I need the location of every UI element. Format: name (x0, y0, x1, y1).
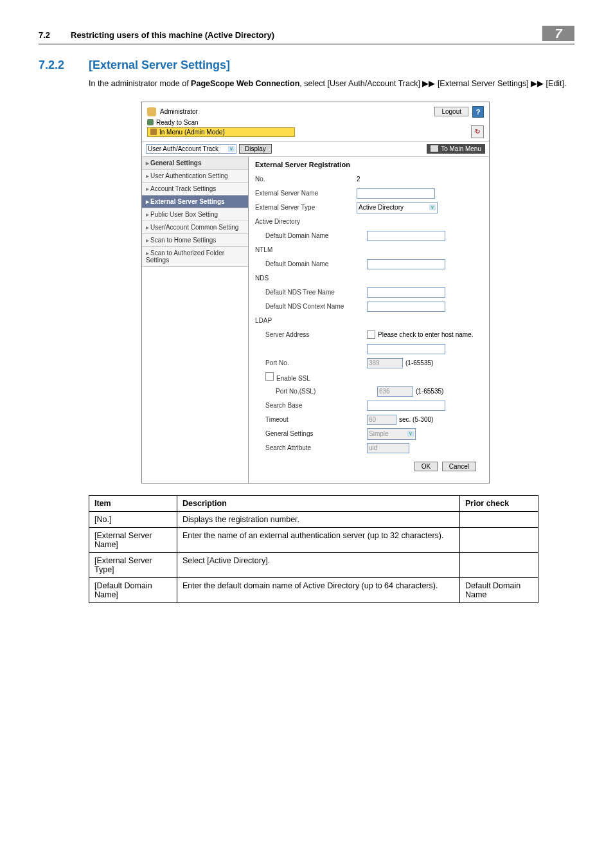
header-title: Restricting users of this machine (Activ… (71, 30, 542, 40)
hostname-checkbox[interactable] (367, 330, 375, 339)
sidebar-item-userauth[interactable]: ▸User Authentication Setting (142, 170, 248, 183)
timeout-unit: sec. (5-300) (399, 416, 433, 423)
sidebar-item-publicbox[interactable]: ▸Public User Box Setting (142, 208, 248, 221)
admin-icon (147, 107, 156, 116)
ntlm-domain-input[interactable] (367, 259, 445, 269)
status-text: Ready to Scan (156, 119, 199, 126)
servertype-select[interactable]: Active Directory∨ (357, 202, 438, 213)
sidebar-item-scanhome[interactable]: ▸Scan to Home Settings (142, 234, 248, 247)
hostname-check-label: Please check to enter host name. (378, 331, 473, 338)
nds-tree-input[interactable] (367, 287, 445, 298)
sidebar-item-common[interactable]: ▸User/Account Common Setting (142, 221, 248, 234)
servername-label: External Server Name (255, 190, 351, 197)
attr-input[interactable]: uid (367, 443, 409, 453)
sidebar-item-account[interactable]: ▸Account Track Settings (142, 183, 248, 195)
menu-icon (431, 145, 438, 152)
serveraddr-label: Server Address (255, 331, 362, 338)
timeout-label: Timeout (255, 416, 362, 423)
display-button[interactable]: Display (239, 144, 272, 154)
admin-label: Administrator (160, 108, 198, 115)
mode-icon (150, 129, 157, 135)
ad-heading: Active Directory (255, 218, 351, 225)
ok-button[interactable]: OK (414, 462, 438, 471)
nds-ctx-label: Default NDS Context Name (255, 303, 362, 310)
cancel-button[interactable]: Cancel (442, 462, 476, 471)
searchbase-label: Search Base (255, 402, 362, 409)
general-select[interactable]: Simple∨ (367, 428, 416, 440)
mode-banner: In Menu (Admin Mode) (147, 127, 295, 137)
nds-heading: NDS (255, 275, 351, 282)
chapter-badge: 7 (542, 26, 574, 41)
sslport-input[interactable]: 636 (377, 386, 413, 397)
ssl-label: Enable SSL (255, 372, 362, 382)
sidebar-item-external[interactable]: ▸External Server Settings (142, 195, 248, 208)
port-range: (1-65535) (405, 359, 433, 366)
sslport-range: (1-65535) (416, 388, 443, 395)
to-main-menu-button[interactable]: To Main Menu (427, 144, 485, 154)
table-row: [No.] Displays the registration number. (89, 511, 538, 527)
chevron-down-icon: ∨ (228, 146, 235, 152)
ssl-checkbox[interactable] (265, 372, 274, 381)
th-item: Item (89, 495, 177, 511)
logout-button[interactable]: Logout (434, 107, 468, 116)
searchbase-input[interactable] (367, 401, 445, 411)
general-label: General Settings (255, 430, 362, 437)
servertype-label: External Server Type (255, 204, 351, 211)
ad-domain-label: Default Domain Name (255, 232, 362, 239)
refresh-button[interactable]: ↻ (471, 125, 484, 138)
no-value: 2 (357, 176, 483, 183)
table-row: [Default Domain Name] Enter the default … (89, 577, 538, 602)
sidebar: ▸General Settings ▸User Authentication S… (142, 157, 249, 483)
sidebar-item-general[interactable]: ▸General Settings (142, 157, 248, 170)
no-label: No. (255, 176, 351, 183)
screenshot: Administrator Logout ? Ready to Scan In … (141, 102, 490, 484)
attr-label: Search Attribute (255, 444, 362, 451)
ldap-heading: LDAP (255, 317, 351, 324)
serveraddr-input[interactable] (367, 344, 445, 354)
help-button[interactable]: ? (472, 106, 484, 118)
intro-text: In the administrator mode of PageScope W… (89, 78, 574, 90)
heading-title: [External Server Settings] (89, 59, 230, 72)
port-input[interactable]: 389 (367, 358, 403, 368)
chevron-down-icon: ∨ (407, 431, 414, 437)
servername-input[interactable] (357, 188, 435, 199)
sidebar-item-scanauth[interactable]: ▸Scan to Authorized Folder Settings (142, 247, 248, 267)
table-row: [External Server Name] Enter the name of… (89, 527, 538, 552)
th-prior: Prior check (460, 495, 538, 511)
table-row: [External Server Type] Select [Active Di… (89, 552, 538, 577)
ad-domain-input[interactable] (367, 231, 445, 241)
ntlm-heading: NTLM (255, 246, 351, 253)
timeout-input[interactable]: 60 (367, 415, 396, 425)
status-icon (147, 119, 154, 125)
spec-table: Item Description Prior check [No.] Displ… (89, 495, 538, 603)
category-dropdown[interactable]: User Auth/Account Track∨ (146, 144, 236, 154)
heading-number: 7.2.2 (39, 59, 89, 72)
panel-title: External Server Registration (255, 159, 483, 172)
nds-tree-label: Default NDS Tree Name (255, 289, 362, 296)
ntlm-domain-label: Default Domain Name (255, 260, 362, 267)
header-section: 7.2 (39, 30, 71, 40)
sslport-label: Port No.(SSL) (255, 388, 372, 395)
th-desc: Description (177, 495, 460, 511)
port-label: Port No. (255, 359, 362, 366)
chevron-down-icon: ∨ (429, 204, 436, 210)
nds-ctx-input[interactable] (367, 302, 445, 312)
